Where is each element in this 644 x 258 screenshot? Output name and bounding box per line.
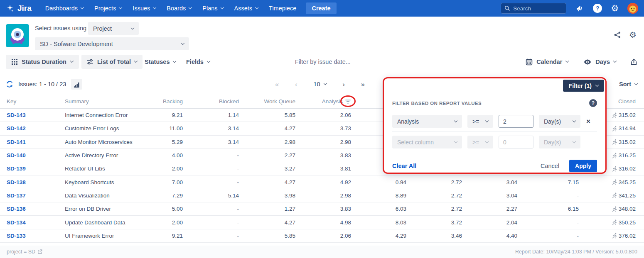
- next-page-button[interactable]: ›: [342, 81, 345, 88]
- issue-source-select[interactable]: Project: [88, 22, 139, 35]
- column-header[interactable]: Blocked: [183, 98, 239, 105]
- closed-value: 376.02: [579, 233, 636, 239]
- calendar-dropdown[interactable]: Calendar: [526, 58, 568, 66]
- nav-item-label: Issues: [133, 5, 150, 12]
- duration-value: 3.14: [183, 125, 239, 131]
- closed-number: 315.02: [619, 139, 636, 145]
- column-header[interactable]: Analysis: [295, 98, 351, 105]
- share-icon[interactable]: [614, 31, 621, 39]
- duration-value: 1.14: [183, 112, 239, 118]
- issue-key-link[interactable]: SD-138: [7, 179, 26, 185]
- report-type-select[interactable]: Status Duration: [6, 55, 79, 69]
- runner-icon: [612, 219, 617, 225]
- megaphone-icon[interactable]: [575, 4, 584, 12]
- search-input[interactable]: [513, 5, 560, 12]
- key-cell: SD-136: [7, 206, 65, 212]
- statuses-dropdown[interactable]: Statuses: [145, 55, 176, 69]
- nav-item-issues[interactable]: Issues: [127, 0, 161, 17]
- nav-item-dashboards[interactable]: Dashboards: [40, 0, 89, 17]
- project-select[interactable]: SD - Sofware Development: [35, 37, 189, 50]
- unit-select[interactable]: Day(s): [539, 115, 580, 128]
- clear-all-link[interactable]: Clear All: [392, 163, 416, 169]
- nav-item-timepiece[interactable]: Timepiece: [263, 0, 302, 17]
- chart-view-button[interactable]: [71, 79, 82, 90]
- pagination: « ‹ 10 › »: [275, 77, 365, 91]
- create-button[interactable]: Create: [306, 2, 336, 14]
- issue-key-link[interactable]: SD-139: [7, 166, 26, 172]
- key-cell: SD-138: [7, 179, 65, 185]
- nav-item-label: Plans: [202, 5, 217, 12]
- nav-item-assets[interactable]: Assets: [229, 0, 264, 17]
- duration-value: 3.72: [406, 219, 462, 226]
- issue-key-link[interactable]: SD-140: [7, 152, 26, 158]
- prev-page-button[interactable]: ‹: [295, 81, 297, 88]
- duration-value: -: [183, 179, 239, 185]
- filter-help-icon[interactable]: ?: [589, 99, 597, 107]
- operator-select[interactable]: >=: [467, 136, 493, 148]
- filter-button[interactable]: Filter (1): [563, 80, 604, 92]
- closed-number: 350.25: [619, 219, 636, 226]
- jira-logo[interactable]: Jira: [6, 4, 32, 13]
- chevron-down-icon: [134, 59, 138, 63]
- jql-text: project = SD: [7, 249, 35, 255]
- user-avatar[interactable]: [627, 3, 638, 14]
- filter-funnel-icon[interactable]: [345, 99, 351, 104]
- nav-item-projects[interactable]: Projects: [89, 0, 127, 17]
- settings-gear-icon[interactable]: ⚙: [611, 4, 619, 13]
- duration-value: 3.73: [295, 125, 351, 131]
- chevron-down-icon: [181, 41, 184, 44]
- issue-key-link[interactable]: SD-142: [7, 125, 26, 131]
- issue-key-link[interactable]: SD-133: [7, 233, 26, 239]
- chevron-down-icon: [634, 82, 638, 85]
- nav-item-boards[interactable]: Boards: [161, 0, 197, 17]
- search-box[interactable]: [501, 3, 566, 14]
- column-header-label: Backlog: [163, 98, 183, 105]
- export-button[interactable]: [630, 58, 637, 66]
- chevron-down-icon: [565, 59, 569, 63]
- page-size-select[interactable]: 10: [313, 81, 326, 88]
- duration-value: 7.29: [158, 192, 183, 199]
- sort-dropdown[interactable]: Sort: [619, 77, 637, 91]
- remove-condition-icon[interactable]: ×: [586, 117, 590, 126]
- closed-value: 345.25: [579, 179, 636, 185]
- report-footer: project = SD Report Date: 10/May/24 1:03…: [0, 246, 644, 258]
- fields-dropdown[interactable]: Fields: [186, 55, 210, 69]
- threshold-input[interactable]: [499, 136, 533, 148]
- external-link-icon[interactable]: [37, 249, 42, 254]
- refresh-icon[interactable]: [6, 80, 13, 88]
- first-page-button[interactable]: «: [275, 81, 279, 88]
- duration-value: 8.03: [351, 219, 406, 226]
- column-select[interactable]: Analysis: [392, 115, 462, 128]
- column-header[interactable]: Backlog: [158, 98, 183, 105]
- duration-value: 4.29: [351, 233, 406, 239]
- duration-value: 2.98: [295, 192, 351, 199]
- duration-value: 6.15: [517, 206, 579, 212]
- issue-key-link[interactable]: SD-136: [7, 206, 26, 212]
- view-select[interactable]: List of Total: [81, 55, 143, 69]
- apply-button[interactable]: Apply: [569, 160, 597, 172]
- issues-count: Issues: 1 - 10 / 23: [18, 81, 66, 88]
- calendar-label: Calendar: [536, 58, 562, 65]
- issue-key-link[interactable]: SD-141: [7, 139, 26, 145]
- column-header[interactable]: Summary: [65, 98, 158, 105]
- header-actions: ⚙: [614, 31, 637, 39]
- report-settings-gear-icon[interactable]: ⚙: [629, 31, 637, 39]
- cancel-button[interactable]: Cancel: [541, 163, 559, 169]
- unit-select[interactable]: Day(s): [539, 136, 580, 148]
- operator-select[interactable]: >=: [467, 115, 493, 128]
- help-icon[interactable]: ?: [593, 4, 602, 13]
- column-header[interactable]: Work Queue: [239, 98, 295, 105]
- column-header[interactable]: Key: [7, 98, 65, 105]
- column-select[interactable]: Select column: [392, 136, 462, 148]
- table-row: SD-133UI Framework Error9.21-5.852.064.2…: [0, 229, 644, 243]
- issue-key-link[interactable]: SD-134: [7, 219, 26, 226]
- unit-value: Day(s): [544, 118, 561, 125]
- issue-key-link[interactable]: SD-143: [7, 112, 26, 118]
- time-unit-dropdown[interactable]: Days: [583, 58, 616, 65]
- issue-key-link[interactable]: SD-137: [7, 192, 26, 199]
- issue-date-filter[interactable]: Filter by issue date...: [295, 55, 351, 69]
- nav-item-plans[interactable]: Plans: [197, 0, 229, 17]
- issue-summary: Keyboard Shortcuts: [65, 179, 158, 185]
- threshold-input[interactable]: [499, 115, 533, 128]
- last-page-button[interactable]: »: [361, 81, 365, 88]
